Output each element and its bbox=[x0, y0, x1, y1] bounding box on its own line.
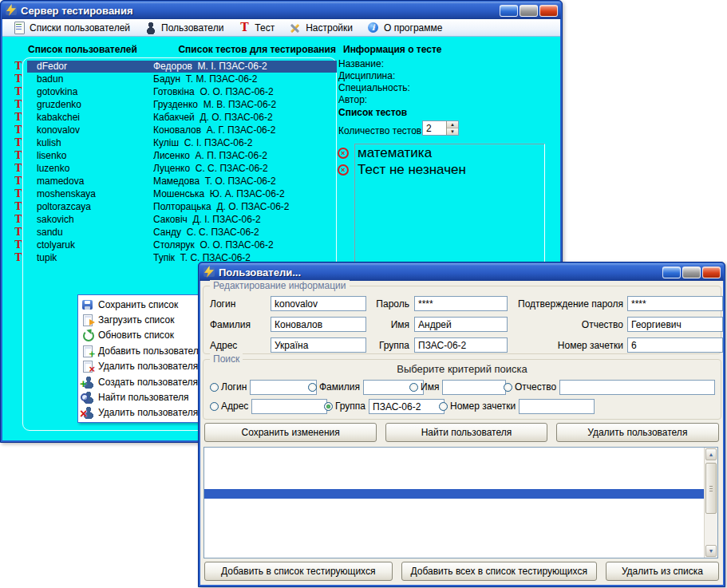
user-fullname: Грузденко М. В. ПЗАС-06-2 bbox=[153, 99, 337, 110]
field-input[interactable]: Андрей bbox=[414, 317, 508, 332]
listbox-row[interactable]: moshenskaya Мошенська Ю. А. ПЗАС-06-2 bbox=[204, 539, 704, 550]
context-menu-item[interactable]: Найти пользователя bbox=[78, 389, 201, 404]
context-menu-icon bbox=[81, 406, 95, 419]
listbox-row[interactable]: kulish Куліш С. І. ПЗАС-06-2 bbox=[204, 499, 704, 509]
main-titlebar[interactable]: Сервер тестирования bbox=[2, 2, 561, 19]
listbox-row[interactable]: mamedova Мамедова Т. О. ПЗАС-06-2 bbox=[204, 530, 704, 540]
user-fullname: Готовкіна О. О. ПЗАС-06-2 bbox=[153, 86, 337, 97]
field-input[interactable]: ПЗАС-06-2 bbox=[414, 337, 508, 353]
criterion-input[interactable] bbox=[251, 399, 327, 414]
radio-button[interactable] bbox=[439, 402, 448, 411]
user-row[interactable]: mamedova Мамедова Т. О. ПЗАС-06-2 bbox=[10, 175, 337, 187]
field-label: Логин bbox=[210, 298, 271, 310]
listbox-row[interactable]: konovalov Коновалов А. Г. ПЗАС-06-2 bbox=[204, 489, 704, 499]
field-input[interactable]: Коновалов bbox=[271, 317, 366, 332]
user-row[interactable]: konovalov Коновалов А. Г. ПЗАС-06-2 bbox=[10, 124, 337, 136]
menu-item[interactable]: Тест bbox=[231, 20, 282, 36]
radio-button[interactable] bbox=[409, 383, 418, 392]
user-row[interactable]: gruzdenko Грузденко М. В. ПЗАС-06-2 bbox=[10, 98, 337, 111]
remove-from-list-button[interactable]: Удалить из списка bbox=[606, 562, 719, 581]
search-criterion: Группа ПЗАС-06-2 bbox=[324, 398, 444, 414]
user-login: luzenko bbox=[37, 163, 153, 174]
add-all-to-test-list-button[interactable]: Добавить всех в список тестирующихся bbox=[401, 562, 597, 581]
menu-item[interactable]: Настройки bbox=[282, 20, 360, 36]
context-menu-item[interactable]: Загрузить список bbox=[78, 312, 201, 327]
delete-user-button[interactable]: Удалить пользователя bbox=[556, 423, 719, 442]
menu-label: Пользователи bbox=[161, 22, 223, 34]
test-row[interactable]: Тест не незначен bbox=[338, 162, 543, 178]
user-row[interactable]: sakovich Саковіч Д. І. ПЗАС-06-2 bbox=[10, 213, 337, 226]
context-menu-item[interactable]: Сохранить список bbox=[78, 297, 201, 312]
listbox-row[interactable]: luzenko Луценко С. С. ПЗАС-06-2 bbox=[204, 519, 704, 530]
listbox-row[interactable]: gotovkina Готовкіна О. О. ПЗАС-06-2 bbox=[204, 459, 704, 469]
user-row[interactable]: luzenko Луценко С. С. ПЗАС-06-2 bbox=[10, 162, 337, 175]
radio-button[interactable] bbox=[504, 383, 512, 392]
form-field: Пароль **** bbox=[366, 296, 508, 311]
close-button[interactable] bbox=[702, 266, 721, 278]
field-input[interactable]: **** bbox=[414, 296, 508, 311]
scrollbar[interactable]: ▲ ▼ bbox=[704, 448, 717, 558]
field-input[interactable]: Україна bbox=[271, 337, 366, 353]
context-menu-label: Удалить пользователя и bbox=[98, 361, 201, 372]
scroll-down-icon[interactable]: ▼ bbox=[705, 545, 717, 557]
criterion-input[interactable] bbox=[250, 380, 317, 395]
field-input[interactable]: konovalov bbox=[271, 296, 366, 311]
criterion-input[interactable] bbox=[442, 380, 506, 395]
save-changes-button[interactable]: Сохранить изменения bbox=[204, 423, 377, 442]
context-menu-item[interactable]: Добавить пользователя bbox=[78, 343, 201, 358]
minimize-button[interactable] bbox=[662, 266, 681, 278]
user-row[interactable]: moshenskaya Мошенська Ю. А. ПЗАС-06-2 bbox=[10, 187, 337, 200]
radio-button[interactable] bbox=[210, 383, 219, 392]
radio-button[interactable] bbox=[324, 402, 333, 411]
close-button[interactable] bbox=[539, 5, 558, 17]
find-user-button[interactable]: Найти пользователя bbox=[385, 423, 547, 442]
field-input[interactable]: 6 bbox=[627, 337, 723, 353]
users-dialog: Пользователи... Редактирование информаци… bbox=[198, 262, 725, 587]
user-row[interactable]: ctolyaruk Столярук О. О. ПЗАС-06-2 bbox=[10, 239, 337, 251]
menu-icon bbox=[144, 22, 157, 34]
listbox-row[interactable]: poltorazcaya Полторацька Д. О. ПЗАС-06-2 bbox=[204, 550, 704, 558]
user-row[interactable]: kabakchei Кабакчей Д. О. ПЗАС-06-2 bbox=[10, 111, 337, 124]
criterion-input[interactable]: ПЗАС-06-2 bbox=[369, 399, 444, 414]
radio-button[interactable] bbox=[308, 383, 317, 392]
tests-count-spinner[interactable]: 2 ▲ ▼ bbox=[422, 120, 459, 136]
listbox-row[interactable]: badun Бадун Т. М. ПЗАС-06-2 bbox=[204, 448, 704, 459]
field-label: Группа bbox=[366, 340, 414, 351]
scroll-up-icon[interactable]: ▲ bbox=[705, 448, 717, 460]
tests-count-value: 2 bbox=[423, 121, 446, 135]
desktop: Сервер тестирования Списки пользователей… bbox=[0, 0, 727, 588]
scrollbar-thumb[interactable] bbox=[705, 463, 717, 514]
maximize-button[interactable] bbox=[682, 266, 701, 278]
test-row[interactable]: математика bbox=[338, 145, 543, 161]
criterion-input[interactable] bbox=[559, 380, 715, 395]
spinner-up-icon[interactable]: ▲ bbox=[447, 121, 458, 128]
user-row[interactable]: sandu Санду С. С. ПЗАС-06-2 bbox=[10, 226, 337, 239]
user-row[interactable]: poltorazcaya Полторацька Д. О. ПЗАС-06-2 bbox=[10, 200, 337, 213]
listbox-row[interactable]: gruzdenko Грузденко М. В. ПЗАС-06-2 bbox=[204, 468, 704, 479]
user-row[interactable]: gotovkina Готовкіна О. О. ПЗАС-06-2 bbox=[10, 85, 337, 98]
add-to-test-list-button[interactable]: Добавить в список тестирующихся bbox=[204, 562, 393, 581]
user-row[interactable]: kulish Куліш С. І. ПЗАС-06-2 bbox=[10, 136, 337, 149]
menu-item[interactable]: Пользователи bbox=[137, 20, 231, 36]
radio-button[interactable] bbox=[210, 402, 219, 411]
spinner-down-icon[interactable]: ▼ bbox=[447, 128, 458, 135]
listbox-row[interactable]: kabakchei Кабакчей Д. О. ПЗАС-06-2 bbox=[204, 479, 704, 489]
user-row[interactable]: lisenko Лисенко А. П. ПЗАС-06-2 bbox=[10, 149, 337, 162]
field-input[interactable]: **** bbox=[627, 296, 723, 311]
listbox-row[interactable]: lisenko Лисенко А. П. ПЗАС-06-2 bbox=[204, 509, 704, 519]
user-row[interactable]: dFedor Федоров М. І. ПЗАС-06-2 bbox=[10, 60, 337, 73]
field-input[interactable]: Георгиевич bbox=[627, 317, 723, 332]
list-buttons: Добавить в список тестирующихся Добавить… bbox=[204, 562, 719, 581]
menu-item[interactable]: Списки пользователей bbox=[6, 20, 137, 36]
user-row[interactable]: badun Бадун Т. М. ПЗАС-06-2 bbox=[10, 73, 337, 85]
maximize-button[interactable] bbox=[520, 5, 538, 17]
minimize-button[interactable] bbox=[500, 5, 518, 17]
user-login: gotovkina bbox=[37, 86, 153, 97]
context-menu-item[interactable]: Удалить пользователя bbox=[78, 405, 201, 420]
context-menu-item[interactable]: Обновить список bbox=[78, 328, 201, 343]
context-menu-item[interactable]: Создать пользователя bbox=[78, 374, 201, 389]
dialog-titlebar[interactable]: Пользователи... bbox=[200, 263, 724, 281]
context-menu-item[interactable]: Удалить пользователя и bbox=[78, 359, 201, 374]
menu-item[interactable]: О программе bbox=[360, 20, 449, 36]
criterion-input[interactable] bbox=[519, 399, 595, 414]
